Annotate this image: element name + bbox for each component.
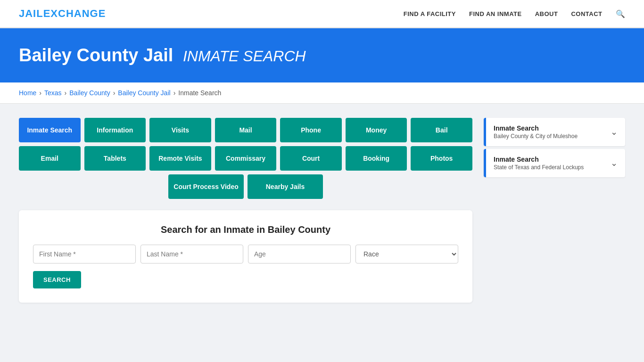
page-title-subtitle: INMATE SEARCH	[183, 48, 306, 65]
nav-button-row-3: Court Process Video Nearby Jails	[19, 174, 472, 199]
main-content: Inmate Search Information Visits Mail Ph…	[0, 104, 644, 317]
breadcrumb-current: Inmate Search	[178, 89, 221, 97]
breadcrumb-home[interactable]: Home	[19, 89, 36, 97]
btn-inmate-search[interactable]: Inmate Search	[19, 118, 81, 142]
btn-visits[interactable]: Visits	[149, 118, 211, 142]
nav-find-facility[interactable]: FIND A FACILITY	[404, 10, 456, 17]
right-sidebar: Inmate Search Bailey County & City of Mu…	[484, 118, 625, 180]
btn-remote-visits[interactable]: Remote Visits	[149, 146, 211, 171]
inmate-search-form: Search for an Inmate in Bailey County Ra…	[19, 210, 472, 303]
breadcrumb-sep-3: ›	[113, 89, 116, 97]
last-name-input[interactable]	[140, 245, 243, 263]
sidebar-card-texas-title: Inmate Search	[494, 156, 584, 163]
btn-commissary[interactable]: Commissary	[215, 146, 277, 171]
logo-exchange: EXCHANGE	[43, 8, 106, 19]
page-title: Bailey County Jail INMATE SEARCH	[19, 45, 625, 66]
nav-button-row-1: Inmate Search Information Visits Mail Ph…	[19, 118, 472, 142]
chevron-down-icon-2: ⌄	[611, 158, 618, 168]
breadcrumb-texas[interactable]: Texas	[44, 89, 62, 97]
page-title-main: Bailey County Jail	[19, 45, 173, 65]
search-button[interactable]: SEARCH	[33, 271, 81, 288]
breadcrumb-bailey-county[interactable]: Bailey County	[69, 89, 110, 97]
nav-button-row-2: Email Tablets Remote Visits Commissary C…	[19, 146, 472, 171]
sidebar-card-texas-header[interactable]: Inmate Search State of Texas and Federal…	[484, 149, 625, 177]
btn-nearby-jails[interactable]: Nearby Jails	[248, 174, 323, 199]
sidebar-card-texas[interactable]: Inmate Search State of Texas and Federal…	[484, 149, 625, 177]
sidebar-card-bailey-title: Inmate Search	[494, 124, 578, 132]
first-name-input[interactable]	[33, 245, 136, 263]
sidebar-card-texas-text: Inmate Search State of Texas and Federal…	[494, 156, 584, 171]
btn-court-process-video[interactable]: Court Process Video	[168, 174, 244, 199]
btn-bail[interactable]: Bail	[411, 118, 472, 142]
nav-find-inmate[interactable]: FIND AN INMATE	[469, 10, 522, 17]
btn-court[interactable]: Court	[280, 146, 342, 171]
sidebar-card-texas-subtitle: State of Texas and Federal Lockups	[494, 164, 584, 171]
age-input[interactable]	[248, 245, 351, 263]
site-logo[interactable]: JAILEXCHANGE	[19, 8, 106, 20]
nav-contact[interactable]: CONTACT	[571, 10, 602, 17]
race-select[interactable]: Race White Black Hispanic Asian Other	[355, 245, 458, 263]
search-form-title: Search for an Inmate in Bailey County	[33, 224, 458, 235]
sidebar-card-bailey-text: Inmate Search Bailey County & City of Mu…	[494, 124, 578, 140]
logo-jail: JAIL	[19, 8, 43, 19]
chevron-down-icon: ⌄	[611, 127, 618, 137]
btn-booking[interactable]: Booking	[346, 146, 407, 171]
breadcrumb-sep-1: ›	[39, 89, 41, 97]
sidebar-card-bailey[interactable]: Inmate Search Bailey County & City of Mu…	[484, 118, 625, 146]
left-column: Inmate Search Information Visits Mail Ph…	[19, 118, 472, 303]
breadcrumb-bailey-county-jail[interactable]: Bailey County Jail	[118, 89, 170, 97]
breadcrumb-sep-4: ›	[173, 89, 176, 97]
sidebar-card-bailey-header[interactable]: Inmate Search Bailey County & City of Mu…	[484, 118, 625, 146]
hero-banner: Bailey County Jail INMATE SEARCH	[0, 28, 644, 82]
btn-tablets[interactable]: Tablets	[84, 146, 146, 171]
btn-phone[interactable]: Phone	[280, 118, 342, 142]
btn-photos[interactable]: Photos	[411, 146, 472, 171]
sidebar-card-bailey-subtitle: Bailey County & City of Muleshoe	[494, 133, 578, 140]
btn-information[interactable]: Information	[84, 118, 146, 142]
breadcrumb-sep-2: ›	[65, 89, 67, 97]
search-icon[interactable]: 🔍	[616, 9, 626, 18]
btn-money[interactable]: Money	[346, 118, 407, 142]
btn-email[interactable]: Email	[19, 146, 81, 171]
btn-mail[interactable]: Mail	[215, 118, 277, 142]
nav-about[interactable]: ABOUT	[535, 10, 558, 17]
site-header: JAILEXCHANGE FIND A FACILITY FIND AN INM…	[0, 0, 644, 28]
main-nav: FIND A FACILITY FIND AN INMATE ABOUT CON…	[404, 9, 625, 18]
search-inputs: Race White Black Hispanic Asian Other	[33, 245, 458, 263]
breadcrumb: Home › Texas › Bailey County › Bailey Co…	[0, 82, 644, 104]
